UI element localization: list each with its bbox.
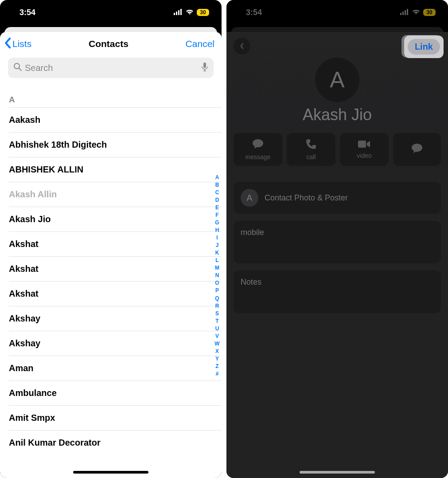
contact-row[interactable]: Akash Jio [9, 207, 222, 231]
contact-row[interactable]: Akshay [9, 306, 222, 331]
photo-poster-row[interactable]: A Contact Photo & Poster [234, 182, 441, 214]
action-row: message call video [234, 133, 441, 166]
mini-avatar: A [241, 189, 258, 207]
index-letter[interactable]: L [215, 257, 218, 264]
index-letter[interactable]: I [216, 234, 218, 242]
video-label: video [357, 152, 371, 159]
cellular-icon [400, 8, 409, 17]
cancel-button[interactable]: Cancel [186, 39, 214, 49]
phone-right: 3:54 30 Link A Akash Jio [226, 0, 448, 478]
contact-row[interactable]: Akshay [9, 331, 222, 356]
status-time: 3:54 [246, 8, 262, 17]
contacts-modal: Lists Contacts Cancel Search A AakashAbh… [0, 32, 222, 478]
video-icon [358, 140, 371, 150]
svg-rect-9 [400, 13, 401, 15]
contact-row[interactable]: Akshat [9, 281, 222, 306]
svg-point-4 [14, 63, 19, 69]
mobile-row[interactable]: mobile [234, 221, 441, 263]
search-placeholder: Search [25, 63, 199, 73]
index-letter[interactable]: Q [215, 295, 219, 302]
index-letter[interactable]: F [215, 212, 218, 219]
video-button[interactable]: video [340, 133, 389, 166]
back-label: Lists [12, 39, 31, 49]
index-letter[interactable]: B [215, 181, 219, 189]
link-button[interactable]: Link [408, 39, 440, 55]
message-button[interactable]: message [234, 133, 282, 166]
index-letter[interactable]: P [215, 287, 219, 294]
chevron-left-icon [4, 37, 12, 51]
contact-row[interactable]: Akshat [9, 231, 222, 256]
status-bar: 3:54 30 [0, 0, 222, 25]
index-letter[interactable]: E [215, 204, 219, 212]
index-letter[interactable]: R [215, 302, 219, 310]
contact-row[interactable]: Ambulance [9, 380, 222, 405]
contact-row[interactable]: Abhishek 18th Digitech [9, 132, 222, 157]
contact-name: Akash Jio [303, 106, 372, 124]
call-label: call [306, 153, 316, 161]
contact-row[interactable]: Akshat [9, 256, 222, 281]
message-label: message [245, 153, 271, 161]
index-letter[interactable]: Y [215, 355, 219, 363]
svg-rect-1 [176, 12, 177, 15]
index-letter[interactable]: S [215, 310, 219, 317]
contact-card: Link A Akash Jio message call video [226, 32, 448, 478]
index-letter[interactable]: T [215, 317, 218, 325]
contact-row[interactable]: Amit Smpx [9, 405, 222, 430]
page-title: Contacts [89, 39, 129, 49]
link-button-highlight-overlay: Link [404, 35, 444, 58]
status-right: 30 [174, 8, 209, 17]
index-letter[interactable]: H [215, 227, 219, 234]
svg-rect-0 [174, 13, 175, 15]
message-icon [252, 138, 264, 152]
avatar-letter: A [330, 67, 344, 93]
index-letter[interactable]: A [215, 174, 219, 181]
index-letter[interactable]: O [215, 279, 219, 287]
index-letter[interactable]: W [214, 340, 219, 348]
cellular-icon [174, 8, 183, 17]
contact-row[interactable]: Aakash [9, 107, 222, 132]
index-letter[interactable]: J [216, 242, 219, 249]
contact-row: Akash Allin [9, 182, 222, 207]
back-button[interactable]: Lists [4, 37, 31, 51]
contact-row[interactable]: Anil Kumar Decorator [9, 430, 222, 455]
home-indicator[interactable] [73, 471, 148, 474]
mini-avatar-letter: A [246, 193, 252, 203]
wifi-icon [412, 8, 421, 17]
notes-row[interactable]: Notes [234, 270, 441, 313]
index-letter[interactable]: D [215, 196, 219, 204]
battery-indicator: 30 [423, 9, 436, 16]
svg-line-5 [19, 68, 21, 71]
battery-indicator: 30 [197, 9, 209, 16]
svg-rect-6 [203, 63, 206, 68]
index-letter[interactable]: K [215, 249, 219, 257]
more-button[interactable] [393, 133, 441, 166]
index-letter[interactable]: V [215, 333, 219, 340]
mobile-label: mobile [241, 228, 264, 237]
back-button[interactable] [234, 38, 250, 55]
status-right: 30 [400, 8, 436, 17]
call-button[interactable]: call [287, 133, 335, 166]
home-indicator[interactable] [300, 471, 375, 474]
svg-rect-3 [180, 9, 182, 15]
index-letter[interactable]: U [215, 325, 219, 333]
contact-row[interactable]: Aman [9, 356, 222, 380]
index-letter[interactable]: Z [215, 363, 218, 370]
index-letter[interactable]: # [216, 370, 219, 378]
nav-bar: Lists Contacts Cancel [0, 32, 222, 56]
contact-list[interactable]: A AakashAbhishek 18th DigitechABHISHEK A… [0, 82, 222, 478]
alphabet-index[interactable]: ABCDEFGHIJKLMNOPQRSTUVWXYZ# [214, 174, 221, 378]
svg-rect-10 [402, 12, 404, 15]
index-letter[interactable]: C [215, 189, 219, 196]
mic-icon[interactable] [201, 62, 208, 74]
search-icon [13, 63, 22, 73]
index-letter[interactable]: N [215, 272, 219, 279]
search-input[interactable]: Search [8, 58, 214, 78]
phone-left: 3:54 30 Lists Contacts Cancel [0, 0, 222, 478]
message-icon [411, 143, 423, 156]
index-letter[interactable]: X [215, 348, 219, 355]
avatar[interactable]: A [315, 58, 359, 102]
notes-label: Notes [241, 278, 261, 287]
contact-row[interactable]: ABHISHEK ALLIN [9, 157, 222, 182]
index-letter[interactable]: M [215, 264, 219, 272]
index-letter[interactable]: G [215, 219, 219, 227]
